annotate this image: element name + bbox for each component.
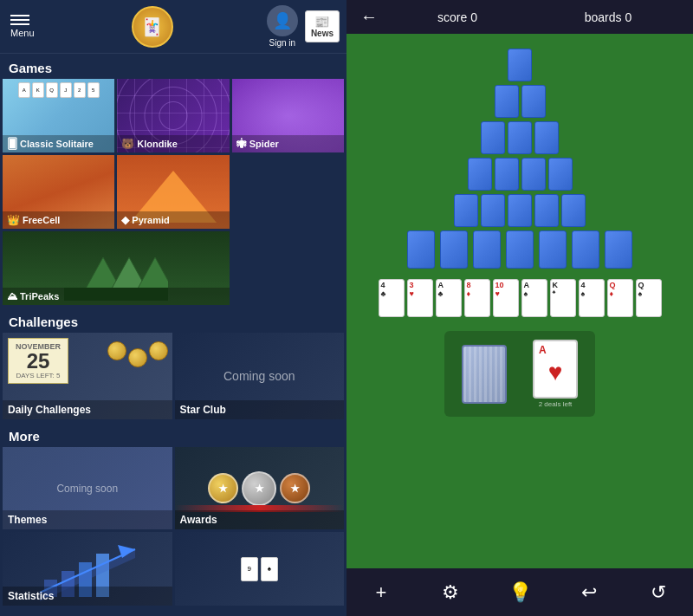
undo-button[interactable]: ↺: [641, 575, 676, 610]
bottom-card-3[interactable]: 8♦: [464, 279, 490, 317]
pyramid-card[interactable]: [508, 121, 532, 154]
themes-coming-soon: Coming soon: [56, 483, 118, 495]
deck-card[interactable]: [462, 345, 507, 404]
game-tile-freecell[interactable]: 👑 FreeCell: [3, 155, 114, 229]
game-header: ← score 0 boards 0: [346, 0, 693, 34]
games-grid: A K Q J 2 5 🂠 Classic Solitaire 🐻 Klondi…: [0, 79, 346, 308]
pyramid-row-2: [495, 85, 546, 118]
news-button[interactable]: 📰 News: [305, 10, 340, 42]
boards-display: boards 0: [537, 10, 679, 24]
classic-icon: 🂠: [7, 138, 17, 150]
menu-label: Menu: [10, 28, 35, 38]
bottom-card-0[interactable]: 4♣: [379, 279, 405, 317]
news-label: News: [311, 29, 334, 38]
statistics-label: Statistics: [3, 587, 172, 606]
game-tile-klondike[interactable]: 🐻 Klondike: [117, 79, 229, 152]
pyramid-row-3: [481, 121, 559, 154]
pyramid-card[interactable]: [508, 194, 532, 227]
pyramid-card[interactable]: [481, 194, 505, 227]
game-tile-pyramid[interactable]: ◆ Pyramid: [117, 155, 229, 229]
more-tile-themes[interactable]: Coming soon Themes: [3, 447, 172, 529]
challenges-grid: NOVEMBER 25 DAYS LEFT: 5 Daily Challenge…: [0, 333, 346, 422]
pyramid-card[interactable]: [561, 194, 586, 227]
pyramid-row-4: [468, 158, 573, 191]
logo-area: 🃏: [45, 6, 260, 48]
right-panel: ← score 0 boards 0: [346, 0, 693, 616]
more-tile-awards[interactable]: ★ ★ ★ Awards: [175, 447, 345, 529]
klondike-icon: 🐻: [121, 138, 134, 150]
app-header: Menu 🃏 👤 Sign in 📰 News: [0, 0, 346, 54]
game-tile-spider[interactable]: 🕷 Spider: [232, 79, 344, 152]
statistics-row: Statistics 9 ♠: [0, 532, 346, 608]
hint-button[interactable]: 💡: [502, 575, 537, 610]
deal-area: A ♥ 2 deals left: [444, 331, 595, 417]
more-tile-placeholder: 9 ♠: [175, 532, 345, 606]
pyramid-card[interactable]: [534, 194, 559, 227]
bottom-card-6[interactable]: K♣: [550, 279, 576, 317]
left-panel: Menu 🃏 👤 Sign in 📰 News Games A K Q J 2 …: [0, 0, 346, 616]
tripeaks-icon: ⛰: [7, 290, 17, 302]
game-tile-tripeaks[interactable]: ⛰ TriPeaks: [3, 231, 230, 305]
heart-icon: ♥: [548, 359, 563, 386]
classic-label: 🂠 Classic Solitaire: [3, 135, 114, 152]
starclub-label: Star Club: [175, 400, 345, 419]
deck-stack[interactable]: [462, 345, 507, 404]
more-grid: Coming soon Themes ★ ★ ★ Awards: [0, 447, 346, 532]
avatar: 👤: [267, 5, 298, 36]
pyramid-card[interactable]: [534, 121, 559, 154]
bottom-card-2[interactable]: A♣: [436, 279, 462, 317]
menu-button[interactable]: Menu: [7, 11, 38, 42]
pyramid-card[interactable]: [495, 85, 519, 118]
spider-label: 🕷 Spider: [232, 135, 344, 152]
ace-label: A: [539, 344, 547, 356]
challenge-tile-daily[interactable]: NOVEMBER 25 DAYS LEFT: 5 Daily Challenge…: [3, 333, 172, 419]
pyramid-row-6: [407, 230, 632, 269]
pyramid-card[interactable]: [521, 158, 546, 191]
back-button[interactable]: ←: [360, 7, 378, 27]
pyramid-card[interactable]: [473, 230, 501, 269]
pyramid-card[interactable]: [572, 230, 599, 269]
pyramid-card[interactable]: [539, 230, 567, 269]
pyramid-card[interactable]: [407, 230, 435, 269]
tripeaks-label: ⛰ TriPeaks: [3, 288, 230, 305]
pyramid-row-1: [508, 49, 532, 81]
pyramid-card[interactable]: [605, 230, 632, 269]
news-icon: 📰: [311, 15, 334, 29]
game-tile-classic[interactable]: A K Q J 2 5 🂠 Classic Solitaire: [3, 79, 114, 152]
more-tile-statistics[interactable]: Statistics: [3, 532, 172, 606]
sign-in-area[interactable]: 👤 Sign in: [267, 5, 298, 48]
pyramid-row-5: [454, 194, 586, 227]
themes-label: Themes: [3, 510, 172, 529]
medal-gold: ★: [208, 473, 238, 503]
klondike-label: 🐻 Klondike: [117, 135, 229, 152]
calendar-note: NOVEMBER 25 DAYS LEFT: 5: [8, 338, 68, 384]
pyramid-card[interactable]: [440, 230, 468, 269]
settings-button[interactable]: ⚙: [433, 575, 468, 610]
pyramid-card[interactable]: [521, 85, 546, 118]
ace-pile[interactable]: A ♥ 2 deals left: [533, 340, 578, 408]
undo-deal-button[interactable]: ↩: [572, 575, 606, 610]
pyramid-card[interactable]: [468, 158, 492, 191]
pyramid-icon: ◆: [121, 214, 129, 226]
bottom-card-4[interactable]: 10♥: [493, 279, 519, 317]
pyramid-card[interactable]: [454, 194, 478, 227]
ace-card[interactable]: A ♥: [533, 340, 578, 399]
pyramid-card[interactable]: [508, 49, 532, 81]
card-pyramid: [407, 49, 632, 269]
bottom-card-5[interactable]: A♠: [521, 279, 547, 317]
bottom-card-7[interactable]: 4♠: [579, 279, 605, 317]
score-display: score 0: [386, 10, 528, 24]
pyramid-card[interactable]: [506, 230, 534, 269]
add-button[interactable]: +: [364, 575, 398, 610]
challenge-tile-starclub[interactable]: Coming soon Star Club: [175, 333, 345, 419]
bottom-card-9[interactable]: Q♠: [636, 279, 662, 317]
pyramid-card[interactable]: [481, 121, 505, 154]
bottom-card-1[interactable]: 3♥: [407, 279, 433, 317]
coins-decoration: [107, 341, 168, 367]
pyramid-card[interactable]: [495, 158, 519, 191]
pyramid-card[interactable]: [548, 158, 573, 191]
game-area: 4♣ 3♥ A♣ 8♦ 10♥ A♠ K♣ 4♠ Q♦ Q♠ A ♥: [346, 34, 693, 568]
app-logo: 🃏: [132, 6, 173, 48]
medal-silver: ★: [242, 471, 276, 506]
bottom-card-8[interactable]: Q♦: [607, 279, 633, 317]
